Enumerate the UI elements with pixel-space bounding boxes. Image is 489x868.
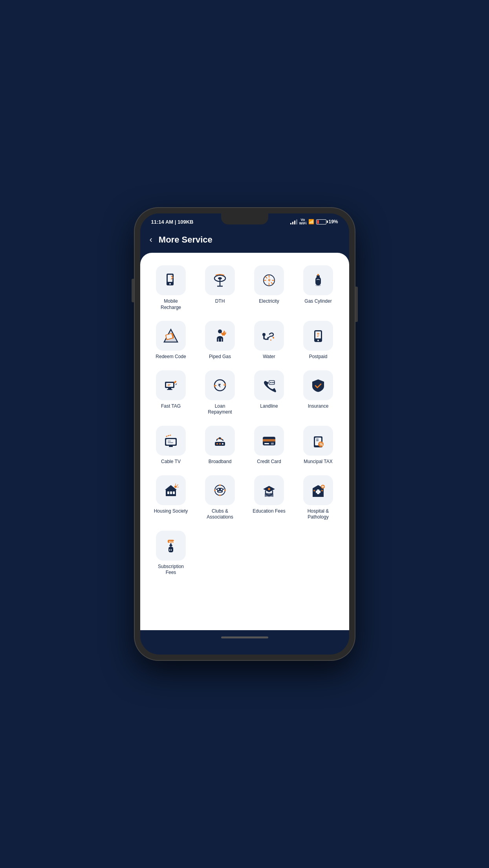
svg-point-67 bbox=[219, 484, 221, 486]
back-button[interactable]: ‹ bbox=[150, 235, 152, 245]
svg-rect-10 bbox=[317, 274, 319, 276]
svg-rect-40 bbox=[168, 442, 173, 443]
subscription-fees-icon-box: SUB bbox=[156, 531, 186, 561]
service-redeem-code[interactable]: Redeem Code bbox=[148, 318, 194, 363]
svg-point-31 bbox=[272, 382, 273, 383]
service-education-fees[interactable]: Education Fees bbox=[246, 472, 292, 524]
postpaid-label: Postpaid bbox=[309, 354, 328, 360]
battery-icon bbox=[316, 219, 326, 224]
svg-point-30 bbox=[270, 382, 271, 383]
credit-card-icon-box bbox=[254, 426, 284, 456]
municipal-tax-icon-box: % bbox=[303, 426, 333, 456]
svg-rect-22 bbox=[166, 383, 173, 387]
water-icon-box bbox=[254, 321, 284, 351]
service-piped-gas[interactable]: Piped Gas bbox=[197, 318, 243, 363]
page-title: More Service bbox=[159, 235, 212, 245]
service-landline[interactable]: Landline bbox=[246, 367, 292, 419]
fast-tag-icon-box bbox=[156, 370, 186, 400]
service-municipal-tax[interactable]: % Muncipal TAX bbox=[295, 423, 341, 468]
svg-text:SUB: SUB bbox=[169, 540, 176, 544]
service-hospital-pathology[interactable]: Hospital &Pathology bbox=[295, 472, 341, 524]
svg-rect-34 bbox=[166, 439, 176, 445]
phone-screen: 11:14 AM | 109KB VoWiFi 📶 19% ‹ More Ser… bbox=[140, 213, 349, 655]
hospital-pathology-label: Hospital &Pathology bbox=[308, 508, 329, 520]
signal-icon bbox=[290, 219, 297, 224]
status-time: 11:14 AM | 109KB bbox=[151, 219, 194, 225]
service-cable-tv[interactable]: Cable TV bbox=[148, 423, 194, 468]
loan-repayment-icon-box: ₹ bbox=[205, 370, 235, 400]
app-header: ‹ More Service bbox=[140, 228, 349, 253]
svg-point-2 bbox=[169, 283, 171, 285]
svg-point-45 bbox=[220, 438, 221, 439]
broadband-icon-box bbox=[205, 426, 235, 456]
housing-society-label: Housing Society bbox=[154, 508, 188, 515]
service-housing-society[interactable]: Housing Society bbox=[148, 472, 194, 524]
service-electricity[interactable]: Electricity bbox=[246, 262, 292, 314]
svg-text:%: % bbox=[320, 442, 323, 447]
electricity-label: Electricity bbox=[259, 298, 279, 305]
subscription-fees-label: SubscriptionFees bbox=[158, 564, 184, 576]
svg-rect-63 bbox=[222, 489, 224, 490]
svg-rect-62 bbox=[216, 489, 218, 490]
svg-point-70 bbox=[219, 495, 221, 496]
piped-gas-label: Piped Gas bbox=[209, 354, 231, 360]
svg-point-6 bbox=[218, 277, 222, 280]
mobile-recharge-label: MobileRecharge bbox=[161, 298, 181, 311]
svg-point-65 bbox=[221, 489, 222, 490]
service-loan-repayment[interactable]: ₹ LoanRepayment bbox=[197, 367, 243, 419]
svg-rect-49 bbox=[271, 443, 274, 445]
svg-rect-57 bbox=[170, 491, 172, 494]
mobile-recharge-icon-box bbox=[156, 265, 186, 295]
svg-rect-35 bbox=[169, 446, 173, 447]
svg-point-69 bbox=[214, 489, 216, 491]
home-indicator bbox=[140, 630, 349, 645]
svg-point-11 bbox=[315, 285, 321, 286]
service-dth[interactable]: DTH bbox=[197, 262, 243, 314]
gas-cylinder-label: Gas Cylinder bbox=[304, 298, 331, 305]
svg-point-43 bbox=[219, 443, 221, 445]
svg-point-44 bbox=[222, 443, 223, 445]
svg-point-17 bbox=[262, 333, 266, 336]
hospital-pathology-icon-box bbox=[303, 475, 333, 505]
svg-rect-78 bbox=[321, 490, 323, 491]
dth-label: DTH bbox=[215, 298, 225, 305]
service-postpaid[interactable]: Postpaid bbox=[295, 318, 341, 363]
home-bar bbox=[221, 636, 268, 638]
svg-rect-58 bbox=[173, 491, 175, 494]
service-water[interactable]: Water bbox=[246, 318, 292, 363]
phone-frame: 11:14 AM | 109KB VoWiFi 📶 19% ‹ More Ser… bbox=[135, 208, 355, 660]
dth-icon-box bbox=[205, 265, 235, 295]
svg-rect-24 bbox=[167, 389, 172, 390]
svg-rect-76 bbox=[316, 491, 321, 493]
postpaid-icon-box bbox=[303, 321, 333, 351]
cable-tv-label: Cable TV bbox=[161, 459, 181, 465]
gas-cylinder-icon-box bbox=[303, 265, 333, 295]
svg-rect-47 bbox=[263, 439, 275, 441]
landline-icon-box bbox=[254, 370, 284, 400]
electricity-icon-box bbox=[254, 265, 284, 295]
svg-point-20 bbox=[317, 340, 319, 341]
service-insurance[interactable]: Insurance bbox=[295, 367, 341, 419]
content-area: MobileRecharge DTH bbox=[140, 253, 349, 630]
service-broadband[interactable]: Broadband bbox=[197, 423, 243, 468]
clubs-associations-label: Clubs &Associations bbox=[207, 508, 233, 520]
education-fees-icon-box bbox=[254, 475, 284, 505]
svg-rect-77 bbox=[313, 490, 315, 491]
svg-point-32 bbox=[273, 382, 275, 383]
svg-point-42 bbox=[216, 443, 218, 445]
service-clubs-associations[interactable]: Clubs &Associations bbox=[197, 472, 243, 524]
service-gas-cylinder[interactable]: Gas Cylinder bbox=[295, 262, 341, 314]
redeem-code-label: Redeem Code bbox=[156, 354, 186, 360]
services-grid: MobileRecharge DTH bbox=[148, 262, 341, 579]
service-subscription-fees[interactable]: SUB SubscriptionFees bbox=[148, 528, 194, 579]
redeem-code-icon-box bbox=[156, 321, 186, 351]
wifi-icon: 📶 bbox=[308, 219, 314, 224]
svg-point-64 bbox=[218, 489, 219, 490]
vo-wifi-icon: VoWiFi bbox=[299, 218, 307, 225]
service-mobile-recharge[interactable]: MobileRecharge bbox=[148, 262, 194, 314]
service-credit-card[interactable]: Credit Card bbox=[246, 423, 292, 468]
fast-tag-label: Fast TAG bbox=[161, 403, 181, 410]
housing-society-icon-box bbox=[156, 475, 186, 505]
service-fast-tag[interactable]: Fast TAG bbox=[148, 367, 194, 419]
svg-point-68 bbox=[224, 489, 226, 491]
